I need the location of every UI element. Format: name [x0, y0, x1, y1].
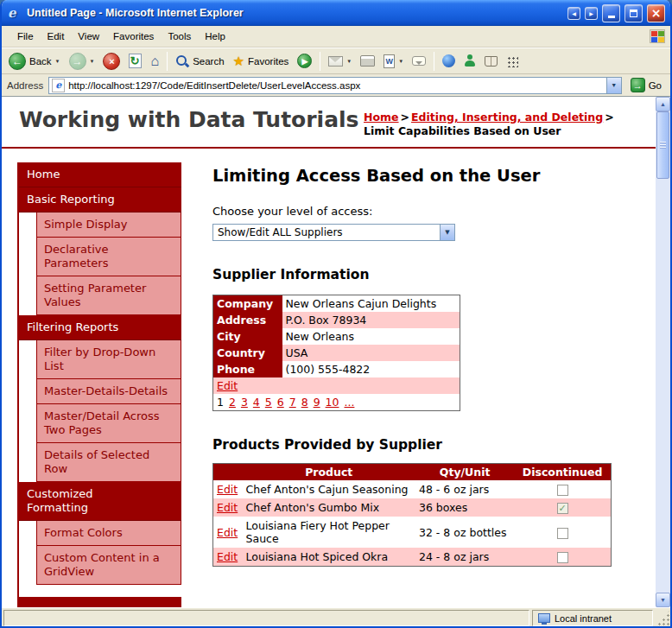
address-label: Address: [7, 80, 43, 91]
address-dropdown-icon[interactable]: ▼: [606, 78, 621, 93]
pager-page-link[interactable]: 5: [265, 396, 272, 409]
product-row: EditChef Anton's Cajun Seasoning48 - 6 o…: [213, 480, 612, 498]
discontinued-checkbox[interactable]: [557, 485, 568, 496]
chevron-down-icon[interactable]: ▼: [440, 225, 454, 240]
sidebar-item-simple-display[interactable]: Simple Display: [36, 213, 181, 238]
discontinued-checkbox[interactable]: ✓: [557, 503, 568, 514]
window-title: Untitled Page - Microsoft Internet Explo…: [27, 7, 563, 19]
sidebar-section-home[interactable]: Home: [19, 162, 181, 187]
menu-help[interactable]: Help: [198, 29, 232, 44]
mail-dropdown-icon[interactable]: ▼: [346, 59, 352, 64]
menu-view[interactable]: View: [71, 29, 106, 44]
menu-edit[interactable]: Edit: [41, 29, 72, 44]
edit-button[interactable]: W ▼: [380, 53, 407, 70]
breadcrumb-section-link[interactable]: Editing, Inserting, and Deleting: [411, 111, 603, 124]
sidebar-item-declarative-parameters[interactable]: Declarative Parameters: [36, 238, 181, 276]
search-button[interactable]: Search: [172, 53, 227, 70]
discontinued-checkbox[interactable]: [557, 528, 568, 539]
grid-tool-button[interactable]: [503, 54, 522, 69]
media-button[interactable]: ▶: [294, 52, 315, 70]
product-edit-cell: Edit: [213, 548, 243, 567]
scroll-down-button[interactable]: ▼: [656, 593, 670, 607]
minimize-button[interactable]: [602, 4, 620, 22]
discontinued-checkbox[interactable]: [557, 552, 568, 563]
research-button[interactable]: [481, 54, 501, 68]
toolbar-separator: [167, 52, 168, 71]
menu-favorites[interactable]: Favorites: [106, 29, 161, 44]
supplier-field-value: USA: [282, 345, 460, 361]
pager-page-link[interactable]: 4: [253, 396, 260, 409]
site-title: Working with Data Tutorials: [19, 107, 359, 132]
product-edit-link[interactable]: Edit: [217, 526, 238, 539]
product-edit-cell: Edit: [213, 517, 243, 548]
product-row: EditLouisiana Fiery Hot Pepper Sauce32 -…: [213, 517, 612, 548]
product-edit-link[interactable]: Edit: [217, 501, 238, 514]
back-button[interactable]: ← Back ▼: [5, 51, 64, 72]
products-col-header: Product: [243, 464, 415, 481]
titlebar-extra-left-button[interactable]: ◀: [567, 7, 580, 20]
scroll-thumb[interactable]: [656, 111, 669, 179]
vertical-scrollbar[interactable]: ▲ ▼: [656, 97, 670, 607]
scroll-up-button[interactable]: ▲: [656, 97, 670, 111]
messenger-globe-button[interactable]: [439, 53, 459, 69]
home-button[interactable]: ⌂: [147, 53, 162, 70]
sidebar-nav: HomeBasic ReportingSimple DisplayDeclara…: [19, 162, 181, 585]
product-qty: 32 - 8 oz bottles: [415, 517, 514, 548]
mail-button[interactable]: ▼: [325, 54, 355, 68]
sidebar-item-custom-content-in-a-gridview[interactable]: Custom Content in a GridView: [36, 546, 181, 585]
supplier-field-value: New Orleans: [282, 328, 460, 345]
menu-file[interactable]: File: [10, 29, 41, 44]
pager-page-link[interactable]: 2: [229, 396, 236, 409]
maximize-button[interactable]: [624, 4, 643, 22]
pager-page-link[interactable]: 3: [241, 396, 248, 409]
toolbar-separator: [434, 52, 434, 71]
pager-page-link[interactable]: ...: [344, 396, 354, 409]
access-level-value: Show/Edit ALL Suppliers: [213, 226, 440, 238]
back-dropdown-icon[interactable]: ▼: [55, 59, 60, 64]
pager-page-link[interactable]: 10: [326, 396, 339, 409]
sidebar-item-master-detail-across-two-pages[interactable]: Master/Detail Across Two Pages: [36, 404, 181, 443]
discuss-button[interactable]: [409, 54, 429, 67]
breadcrumb-separator: >: [399, 111, 411, 124]
supplier-field-label: Phone: [213, 361, 282, 377]
breadcrumb-home-link[interactable]: Home: [364, 111, 399, 124]
sidebar-section-filtering-reports[interactable]: Filtering Reports: [19, 315, 181, 340]
product-edit-link[interactable]: Edit: [217, 550, 238, 563]
go-button[interactable]: → Go: [627, 77, 665, 93]
print-button[interactable]: [357, 54, 378, 68]
minimize-icon: [608, 16, 615, 18]
sidebar-item-format-colors[interactable]: Format Colors: [36, 521, 181, 546]
address-input[interactable]: e http://localhost:1297/Code/EditInsertD…: [48, 77, 621, 94]
sidebar-section-basic-reporting[interactable]: Basic Reporting: [19, 187, 181, 213]
close-button[interactable]: ×: [647, 4, 665, 22]
breadcrumb-current: Limit Capabilities Based on User: [364, 124, 561, 137]
access-level-label: Choose your level of access:: [212, 205, 620, 218]
menu-tools[interactable]: Tools: [161, 29, 198, 44]
titlebar[interactable]: e Untitled Page - Microsoft Internet Exp…: [2, 0, 670, 26]
product-edit-link[interactable]: Edit: [217, 483, 238, 496]
sidebar: HomeBasic ReportingSimple DisplayDeclara…: [17, 162, 181, 607]
sidebar-item-master-details-details[interactable]: Master-Details-Details: [36, 379, 181, 404]
refresh-button[interactable]: [125, 52, 145, 70]
sidebar-item-filter-by-drop-down-list[interactable]: Filter by Drop-Down List: [36, 340, 181, 379]
supplier-field-value: (100) 555-4822: [282, 361, 460, 377]
forward-dropdown-icon[interactable]: ▼: [90, 59, 95, 64]
resize-grip[interactable]: [656, 610, 670, 626]
titlebar-extra-right-button[interactable]: ▶: [585, 7, 598, 20]
pager-page-link[interactable]: 8: [301, 396, 308, 409]
sidebar-item-details-of-selected-row[interactable]: Details of Selected Row: [36, 443, 181, 482]
sidebar-section-customized-formatting[interactable]: Customized Formatting: [19, 482, 181, 521]
globe-icon: [442, 54, 455, 67]
pager-page-link[interactable]: 6: [277, 396, 284, 409]
messenger-button[interactable]: [460, 53, 479, 69]
favorites-button[interactable]: ★ Favorites: [230, 53, 293, 69]
access-level-select[interactable]: Show/Edit ALL Suppliers ▼: [212, 224, 455, 241]
pager-page-link[interactable]: 9: [314, 396, 320, 409]
forward-button[interactable]: → ▼: [66, 51, 98, 72]
stop-button[interactable]: ×: [99, 51, 124, 72]
supplier-row-address: AddressP.O. Box 78934: [213, 312, 460, 328]
supplier-edit-link[interactable]: Edit: [217, 379, 238, 392]
sidebar-item-setting-parameter-values[interactable]: Setting Parameter Values: [36, 276, 181, 315]
edit-dropdown-icon[interactable]: ▼: [398, 59, 403, 64]
pager-page-link[interactable]: 7: [289, 396, 296, 409]
